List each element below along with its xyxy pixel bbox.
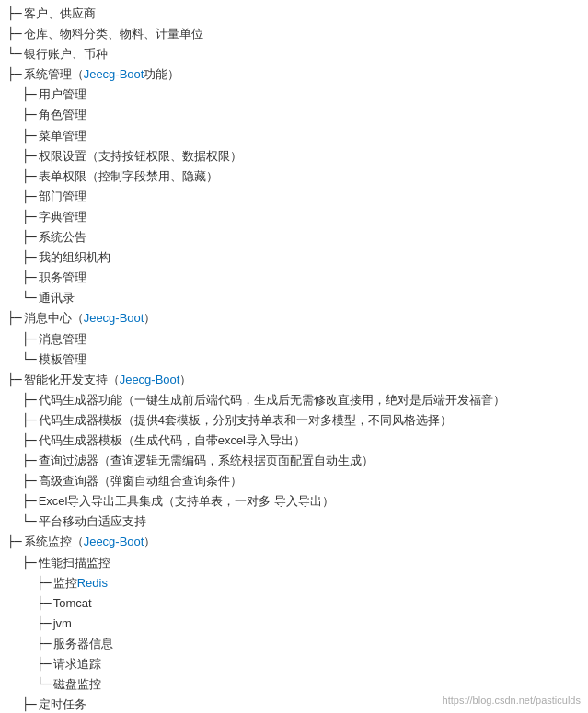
list-item: ├─角色管理 bbox=[7, 105, 581, 125]
tree-label: 请求追踪 bbox=[53, 654, 101, 674]
tree-prefix: ├─ bbox=[22, 471, 37, 491]
tree-prefix: ├─ bbox=[22, 491, 37, 512]
list-item: ├─用户管理 bbox=[7, 85, 581, 105]
tree-label: 部门管理 bbox=[39, 187, 86, 207]
tree-label-redis: Redis bbox=[77, 573, 108, 593]
list-item: ├─权限设置（支持按钮权限、数据权限） bbox=[7, 146, 581, 167]
list-item: ├─Tomcat bbox=[7, 593, 581, 614]
tree-label: 用户管理 bbox=[39, 85, 86, 105]
tree-prefix: ├─ bbox=[22, 126, 37, 146]
tree-prefix: ├─ bbox=[22, 553, 37, 573]
tree-label: 消息管理 bbox=[39, 329, 86, 350]
tree-label: 监控 bbox=[53, 573, 77, 593]
list-item: ├─部门管理 bbox=[7, 187, 581, 207]
tree-label-part: 系统管理（ bbox=[24, 64, 84, 85]
tree-label: 代码生成器功能（一键生成前后端代码，生成后无需修改直接用，绝对是后端开发福音） bbox=[39, 390, 505, 410]
list-item: ├─系统公告 bbox=[7, 227, 581, 247]
list-item: ├─消息管理 bbox=[7, 329, 581, 350]
tree-label-part: Jeecg-Boot bbox=[84, 64, 144, 85]
tree-prefix: ├─ bbox=[7, 4, 22, 24]
tree-prefix: ├─ bbox=[7, 308, 22, 328]
tree-label: 表单权限（控制字段禁用、隐藏） bbox=[39, 167, 218, 187]
tree-label: 角色管理 bbox=[39, 105, 86, 125]
tree-label: 服务器信息 bbox=[53, 634, 113, 654]
tree-prefix: ├─ bbox=[7, 64, 22, 85]
tree-prefix: ├─ bbox=[22, 85, 37, 105]
tree-label-part: Jeecg-Boot bbox=[84, 308, 144, 328]
tree-label-part: 功能） bbox=[144, 64, 179, 85]
tree-label-part: Jeecg-Boot bbox=[120, 370, 180, 390]
list-item: ├─性能扫描监控 bbox=[7, 553, 581, 573]
tree-label: 代码生成器模板（生成代码，自带excel导入导出） bbox=[39, 431, 306, 451]
tree-prefix: ├─ bbox=[22, 268, 37, 288]
list-item: ├─高级查询器（弹窗自动组合查询条件） bbox=[7, 471, 581, 491]
list-item: ├─服务器信息 bbox=[7, 634, 581, 654]
tree-label: 客户、供应商 bbox=[24, 4, 96, 24]
list-item: ├─客户、供应商 bbox=[7, 4, 581, 24]
list-item: └─平台移动自适应支持 bbox=[7, 512, 581, 532]
list-item: └─磁盘监控 bbox=[7, 674, 581, 695]
tree-prefix: └─ bbox=[7, 44, 22, 64]
tree-container: ├─客户、供应商├─仓库、物料分类、物料、计量单位└─银行账户、币种├─系统管理… bbox=[0, 0, 588, 713]
tree-label-part: 系统监控（ bbox=[24, 532, 84, 552]
tree-prefix: └─ bbox=[22, 512, 37, 532]
tree-label: 磁盘监控 bbox=[53, 674, 101, 695]
list-item: ├─我的组织机构 bbox=[7, 247, 581, 268]
tree-prefix: ├─ bbox=[7, 370, 22, 390]
list-item: └─模板管理 bbox=[7, 350, 581, 370]
tree-prefix: ├─ bbox=[37, 614, 52, 634]
tree-prefix: ├─ bbox=[7, 24, 22, 44]
tree-prefix: ├─ bbox=[22, 167, 37, 187]
list-item: ├─消息中心（Jeecg-Boot） bbox=[7, 308, 581, 328]
list-item: ├─系统监控（Jeecg-Boot） bbox=[7, 532, 581, 552]
tree-prefix: ├─ bbox=[22, 207, 37, 227]
list-item: ├─jvm bbox=[7, 614, 581, 634]
tree-label: Tomcat bbox=[53, 593, 92, 614]
tree-prefix: ├─ bbox=[22, 105, 37, 125]
list-item: ├─请求追踪 bbox=[7, 654, 581, 674]
list-item: ├─代码生成器功能（一键生成前后端代码，生成后无需修改直接用，绝对是后端开发福音… bbox=[7, 390, 581, 410]
tree-label: 字典管理 bbox=[39, 207, 86, 227]
tree-prefix: ├─ bbox=[7, 532, 22, 552]
tree-prefix: ├─ bbox=[37, 634, 52, 654]
list-item: ├─查询过滤器（查询逻辑无需编码，系统根据页面配置自动生成） bbox=[7, 451, 581, 471]
tree-label: 通讯录 bbox=[39, 288, 75, 308]
tree-prefix: ├─ bbox=[22, 146, 37, 167]
tree-label-part: 智能化开发支持（ bbox=[24, 370, 120, 390]
tree-label: 定时任务 bbox=[39, 695, 86, 713]
tree-prefix: ├─ bbox=[37, 573, 52, 593]
tree-prefix: ├─ bbox=[22, 695, 37, 713]
tree-label-part: ） bbox=[144, 532, 156, 552]
tree-prefix: ├─ bbox=[22, 187, 37, 207]
tree-label: 权限设置（支持按钮权限、数据权限） bbox=[39, 146, 242, 167]
tree-prefix: ├─ bbox=[22, 410, 37, 431]
list-item: ├─表单权限（控制字段禁用、隐藏） bbox=[7, 167, 581, 187]
tree-prefix: └─ bbox=[22, 288, 37, 308]
list-item: ├─Excel导入导出工具集成（支持单表，一对多 导入导出） bbox=[7, 491, 581, 512]
tree-label: 职务管理 bbox=[39, 268, 86, 288]
list-item: ├─代码生成器模板（提供4套模板，分别支持单表和一对多模型，不同风格选择） bbox=[7, 410, 581, 431]
tree-label: 菜单管理 bbox=[39, 126, 86, 146]
tree-label: 模板管理 bbox=[39, 350, 86, 370]
tree-prefix: └─ bbox=[37, 674, 52, 695]
tree-label: 性能扫描监控 bbox=[39, 553, 110, 573]
tree-label: 高级查询器（弹窗自动组合查询条件） bbox=[39, 471, 242, 491]
tree-prefix: └─ bbox=[22, 350, 37, 370]
tree-label: 查询过滤器（查询逻辑无需编码，系统根据页面配置自动生成） bbox=[39, 451, 374, 471]
tree-prefix: ├─ bbox=[22, 431, 37, 451]
tree-label: 我的组织机构 bbox=[39, 247, 110, 268]
watermark: https://blog.csdn.net/pasticulds bbox=[443, 695, 581, 706]
tree-label: 银行账户、币种 bbox=[24, 44, 108, 64]
list-item: ├─菜单管理 bbox=[7, 126, 581, 146]
tree-prefix: ├─ bbox=[37, 593, 52, 614]
tree-label: 系统公告 bbox=[39, 227, 86, 247]
tree-label-part: ） bbox=[179, 370, 191, 390]
tree-label: Excel导入导出工具集成（支持单表，一对多 导入导出） bbox=[39, 491, 334, 512]
tree-prefix: ├─ bbox=[22, 247, 37, 268]
list-item: ├─监控 Redis bbox=[7, 573, 581, 593]
list-item: ├─代码生成器模板（生成代码，自带excel导入导出） bbox=[7, 431, 581, 451]
list-item: ├─仓库、物料分类、物料、计量单位 bbox=[7, 24, 581, 44]
tree-label: 代码生成器模板（提供4套模板，分别支持单表和一对多模型，不同风格选择） bbox=[39, 410, 452, 431]
list-item: ├─系统管理（Jeecg-Boot功能） bbox=[7, 64, 581, 85]
list-item: ├─职务管理 bbox=[7, 268, 581, 288]
